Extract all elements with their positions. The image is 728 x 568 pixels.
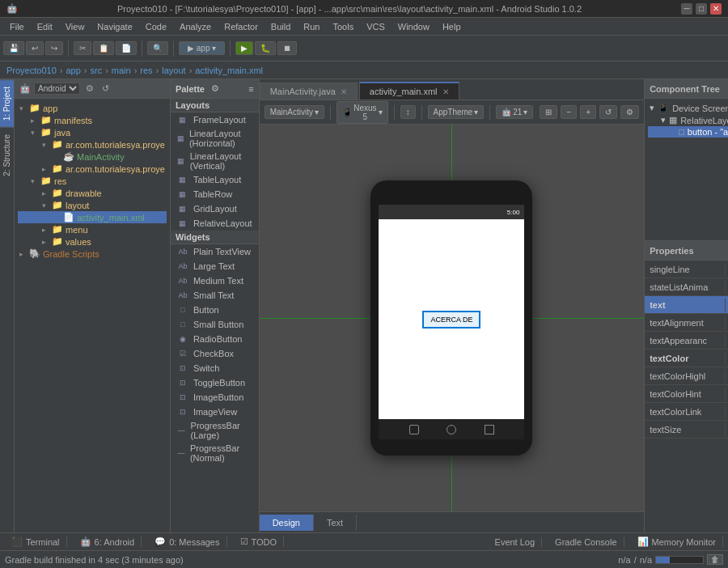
breadcrumb-app[interactable]: app: [66, 66, 80, 75]
tree-node-11[interactable]: ▸📁values: [18, 235, 167, 248]
tree-node-1[interactable]: ▸📁manifests: [18, 114, 167, 126]
orientation-btn[interactable]: ↕: [400, 105, 416, 119]
palette-item-1-1[interactable]: AbLarge Text: [171, 259, 259, 273]
tree-node-10[interactable]: ▸📁menu: [18, 223, 167, 235]
palette-item-1-5[interactable]: □Small Button: [171, 317, 259, 332]
zoom-fit-btn[interactable]: ⊞: [540, 105, 557, 119]
status-eventlog[interactable]: Event Log: [489, 537, 543, 547]
breadcrumb-file[interactable]: activity_main.xml: [195, 66, 263, 75]
status-memorymonitor[interactable]: 📊 Memory Monitor: [631, 536, 723, 547]
palette-item-0-6[interactable]: ▦RelativeLayout: [171, 216, 259, 231]
tree-node-8[interactable]: ▾📁layout: [18, 199, 167, 211]
maximize-button[interactable]: □: [696, 3, 707, 15]
menu-item-navigate[interactable]: Navigate: [91, 20, 138, 33]
designer-mainactivity-dropdown[interactable]: MainActivity ▾: [265, 105, 324, 119]
tree-node-4[interactable]: ☕MainActivity: [18, 150, 167, 163]
tree-item-device-screen[interactable]: ▾ 📱 Device Screen: [648, 102, 728, 114]
breadcrumb-layout[interactable]: layout: [162, 66, 185, 75]
tree-node-0[interactable]: ▾📁app: [18, 102, 167, 114]
palette-item-1-8[interactable]: ⊡Switch: [171, 361, 259, 375]
palette-item-0-1[interactable]: ▦LinearLayout (Horizontal): [171, 127, 259, 150]
gc-button[interactable]: 🗑: [707, 554, 723, 565]
refresh-btn[interactable]: ↺: [599, 105, 617, 119]
sidebar-item-structure[interactable]: 2: Structure: [0, 127, 14, 183]
device-dropdown[interactable]: 📱 Nexus 5 ▾: [336, 101, 388, 124]
theme-dropdown[interactable]: AppTheme ▾: [428, 105, 485, 119]
toolbar-btn-3[interactable]: ↪: [45, 41, 63, 55]
palette-item-0-0[interactable]: ▦FrameLayout: [171, 112, 259, 127]
palette-item-1-3[interactable]: AbSmall Text: [171, 288, 259, 303]
palette-item-1-2[interactable]: AbMedium Text: [171, 273, 259, 288]
palette-item-1-0[interactable]: AbPlain TextView: [171, 244, 259, 259]
breadcrumb-proyecto[interactable]: Proyecto010: [6, 66, 57, 75]
panel-sync-btn[interactable]: ↺: [99, 83, 112, 95]
palette-item-1-9[interactable]: ⊡ToggleButton: [171, 375, 259, 390]
tree-node-9[interactable]: 📄activity_main.xml: [18, 211, 167, 223]
menu-item-refactor[interactable]: Refactor: [218, 20, 265, 33]
breadcrumb-res[interactable]: res: [140, 66, 152, 75]
menu-item-edit[interactable]: Edit: [31, 20, 59, 33]
android-scope-select[interactable]: Android Project: [34, 83, 80, 95]
palette-item-1-6[interactable]: ◉RadioButton: [171, 332, 259, 346]
run-button[interactable]: ▶: [235, 41, 253, 55]
tree-node-12[interactable]: ▸🐘Gradle Scripts: [18, 248, 167, 260]
tree-node-2[interactable]: ▾📁java: [18, 126, 167, 138]
menu-item-build[interactable]: Build: [265, 20, 297, 33]
toolbar-btn-2[interactable]: ↩: [26, 41, 44, 55]
palette-item-1-7[interactable]: ☑CheckBox: [171, 346, 259, 361]
tree-node-3[interactable]: ▾📁ar.com.tutorialesya.proye: [18, 138, 167, 150]
palette-item-1-12[interactable]: —ProgressBar (Large): [171, 419, 259, 442]
zoom-out-btn[interactable]: −: [561, 105, 577, 119]
status-messages[interactable]: 💬 0: Messages: [148, 536, 226, 547]
activity-main-tab-close[interactable]: ✕: [442, 87, 449, 96]
tree-node-6[interactable]: ▾📁res: [18, 175, 167, 187]
debug-button[interactable]: 🐛: [255, 41, 276, 55]
tree-node-7[interactable]: ▸📁drawable: [18, 187, 167, 199]
palette-section-0[interactable]: Layouts: [171, 99, 259, 112]
status-gradleconsole[interactable]: Gradle Console: [548, 537, 624, 547]
toolbar-btn-1[interactable]: 💾: [3, 41, 24, 55]
menu-item-code[interactable]: Code: [139, 20, 173, 33]
phone-button-widget[interactable]: ACERCA DE: [422, 311, 480, 329]
menu-item-view[interactable]: View: [59, 20, 91, 33]
menu-item-file[interactable]: File: [3, 20, 31, 33]
palette-item-0-4[interactable]: ▦TableRow: [171, 187, 259, 201]
settings-btn[interactable]: ⚙: [620, 105, 639, 119]
nav-home[interactable]: [447, 425, 456, 434]
tab-activity-main[interactable]: activity_main.xml ✕: [359, 82, 459, 100]
nav-recent[interactable]: [485, 425, 494, 434]
minimize-button[interactable]: ─: [681, 3, 692, 15]
breadcrumb-src[interactable]: src: [90, 66, 102, 75]
palette-item-0-3[interactable]: ▦TableLayout: [171, 172, 259, 187]
tree-item-relative-layout[interactable]: ▾ ▦ RelativeLayout: [648, 114, 728, 126]
toolbar-btn-search[interactable]: 🔍: [147, 41, 168, 55]
palette-item-0-2[interactable]: ▦LinearLayout (Vertical): [171, 150, 259, 172]
zoom-in-btn[interactable]: +: [580, 105, 596, 119]
nav-back[interactable]: [409, 425, 419, 434]
menu-item-analyze[interactable]: Analyze: [173, 20, 218, 33]
tree-item-button[interactable]: □ button - "acerca de": [648, 126, 728, 138]
tab-design[interactable]: Design: [260, 515, 314, 531]
menu-item-tools[interactable]: Tools: [326, 20, 360, 33]
app-dropdown[interactable]: ▶ app ▾: [179, 41, 225, 55]
palette-item-1-11[interactable]: ⊡ImageView: [171, 405, 259, 419]
palette-item-0-5[interactable]: ▦GridLayout: [171, 201, 259, 216]
menu-item-help[interactable]: Help: [436, 20, 468, 33]
tab-mainactivity[interactable]: MainActivity.java ✕: [260, 83, 358, 100]
prop-row-text[interactable]: text …: [645, 296, 728, 314]
toolbar-btn-copy[interactable]: 📋: [93, 41, 114, 55]
sidebar-item-project[interactable]: 1: Project: [0, 79, 14, 127]
menu-item-window[interactable]: Window: [392, 20, 436, 33]
tree-node-5[interactable]: ▸📁ar.com.tutorialesya.proye: [18, 163, 167, 175]
status-todo[interactable]: ☑ TODO: [234, 536, 285, 547]
api-dropdown[interactable]: 🤖 21 ▾: [496, 105, 533, 119]
menu-item-run[interactable]: Run: [297, 20, 326, 33]
mainactivity-tab-close[interactable]: ✕: [341, 87, 347, 96]
palette-section-1[interactable]: Widgets: [171, 231, 259, 244]
breadcrumb-main[interactable]: main: [112, 66, 131, 75]
stop-button[interactable]: ⏹: [277, 41, 297, 55]
toolbar-btn-paste[interactable]: 📄: [116, 41, 137, 55]
tab-text[interactable]: Text: [314, 515, 357, 531]
status-android[interactable]: 🤖 6: Android: [74, 536, 142, 547]
menu-item-vcs[interactable]: VCS: [360, 20, 392, 33]
